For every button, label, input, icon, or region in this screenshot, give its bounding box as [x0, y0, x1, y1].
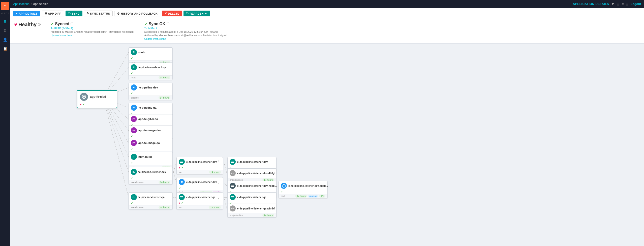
- image-dev-menu[interactable]: ⋮: [166, 128, 170, 132]
- listener-dev-deploy-menu[interactable]: ⋮: [216, 180, 221, 184]
- listener-dev-svc-menu[interactable]: ⋮: [216, 160, 221, 164]
- table-icon[interactable]: ⊟: [626, 2, 629, 6]
- sidebar-item-user[interactable]: 👤: [1, 36, 9, 44]
- sync-icon: ↻: [68, 12, 71, 15]
- listener-dev-el-icon: EL: [131, 169, 137, 175]
- node-listener-qa-svc[interactable]: el-fe-pipeline-listener-qa ⋮ ♥ ✔ svc 14 …: [176, 192, 223, 210]
- synced-update[interactable]: Update instructions: [51, 34, 134, 37]
- node-listener-qa-es[interactable]: ES el-fe-pipeline-listener-qa-wfmb4 ⋮ en…: [227, 204, 277, 218]
- health-status: ♥ Healthy ⓘ: [14, 22, 41, 27]
- listener-dev-svc-name: el-fe-pipeline-listener-dev: [186, 161, 215, 163]
- sidebar-item-docs[interactable]: 📋: [1, 45, 9, 53]
- listener-qa-ep-menu[interactable]: ⋮: [270, 195, 274, 199]
- node-listener-qa-el[interactable]: EL fe-pipeline-listener-qa ⋮ ✔ eventlist…: [129, 192, 173, 210]
- sidebar-item-settings[interactable]: ⚙: [1, 26, 9, 35]
- pipeline-dev-menu[interactable]: ⋮: [166, 85, 170, 89]
- main-node[interactable]: app-fe-cicd ⋮ ♥ ✔: [77, 90, 117, 108]
- listener-dev-svc-icon: [179, 159, 185, 165]
- npm-build-menu[interactable]: ⋮: [166, 155, 170, 159]
- listener-dev-rs-name: el-fe-pipeline-listener-dev-7ddb...: [237, 184, 268, 187]
- main-node-name: app-fe-cicd: [90, 95, 108, 99]
- app-diff-button[interactable]: ⊞ APP DIFF: [42, 11, 64, 16]
- syncok-to: To 2e51cc4: [144, 27, 157, 30]
- listener-qa-el-kind: eventlistener: [131, 206, 144, 209]
- svg-line-12: [103, 98, 129, 172]
- webhook-qa-icon: R: [131, 64, 137, 70]
- listener-dev-svc-heart: ♥: [179, 166, 180, 169]
- sidebar-item-apps[interactable]: ⊞: [1, 17, 9, 25]
- listener-qa-es-menu[interactable]: ⋮: [270, 206, 274, 210]
- pipeline-qa-menu[interactable]: ⋮: [166, 106, 170, 110]
- health-info-icon[interactable]: ⓘ: [38, 23, 41, 26]
- svg-point-24: [83, 96, 85, 98]
- git-repo-menu[interactable]: ⋮: [166, 117, 170, 121]
- listener-dev-rs-menu[interactable]: ⋮: [270, 184, 274, 188]
- listener-dev-ep-menu[interactable]: ⋮: [270, 160, 274, 164]
- node-pipeline-dev[interactable]: P fe-pipeline-dev ⋮ ✔ pipeline 14 hours: [129, 83, 173, 100]
- delete-label: DELETE: [168, 12, 179, 15]
- listener-dev-el-time: 14 hours: [159, 181, 170, 184]
- node-npm-build[interactable]: T npm-build ⋮ ✔ task a day: [129, 152, 173, 169]
- app-details-link[interactable]: APPLICATION DETAILS: [573, 2, 609, 6]
- list-icon[interactable]: ≡: [622, 2, 624, 6]
- node-listener-dev-el[interactable]: EL fe-pipeline-listener-dev ⋮ ✔ eventlis…: [129, 167, 173, 184]
- route-top-name: route: [138, 51, 164, 54]
- toolbar: ● APP DETAILS ⊞ APP DIFF ↻ SYNC ↻ SYNC S…: [10, 8, 644, 19]
- synced-to: To HEAD (2e51cc4): [51, 27, 73, 30]
- route-top-menu[interactable]: ⋮: [166, 50, 170, 54]
- sync-status-label: SYNC STATUS: [90, 12, 110, 15]
- listener-dev-svc-kind: svc: [179, 171, 182, 173]
- filter-icon[interactable]: ▼: [611, 2, 615, 6]
- pipeline-dev-time: 14 hours: [159, 96, 170, 99]
- main-node-menu[interactable]: ⋮: [110, 95, 114, 99]
- node-listener-dev-es[interactable]: ES el-fe-pipeline-listener-dev-4h8gf ⋮ e…: [227, 168, 277, 182]
- listener-qa-el-icon: EL: [131, 194, 137, 200]
- sync-button[interactable]: ↻ SYNC: [66, 11, 82, 16]
- listener-qa-es-time: 14 hours: [262, 214, 274, 217]
- npm-build-check: ✔: [131, 161, 133, 164]
- listener-dev-el-menu[interactable]: ⋮: [166, 170, 170, 174]
- node-webhook-qa[interactable]: R fe-pipeline-webhook-qa ⋮ ✔ route 14 ho…: [129, 63, 173, 80]
- webhook-qa-time: 14 hours: [159, 76, 170, 79]
- breadcrumb-applications[interactable]: Applications: [13, 2, 29, 6]
- syncok-author: Authored by Marcos Entenza <mak@redhat.c…: [144, 34, 228, 37]
- listener-dev-pod-menu[interactable]: ⋮: [321, 184, 325, 188]
- syncok-info-icon[interactable]: ⓘ: [167, 22, 169, 26]
- history-button[interactable]: ⏱ HISTORY AND ROLLBACK: [114, 11, 160, 16]
- delete-button[interactable]: ✕ DELETE: [162, 11, 182, 16]
- listener-dev-pod-check: ✔: [281, 190, 283, 193]
- pipeline-qa-icon: P: [131, 105, 137, 111]
- webhook-qa-menu[interactable]: ⋮: [166, 65, 170, 69]
- webhook-qa-check: ✔: [131, 72, 133, 75]
- route-top-icon: R: [131, 49, 137, 55]
- grid-icon[interactable]: ⊞: [617, 2, 620, 6]
- syncok-update[interactable]: Update instructions: [144, 37, 228, 41]
- history-label: HISTORY AND ROLLBACK: [121, 12, 158, 15]
- listener-dev-es-icon: ES: [230, 170, 236, 176]
- git-repo-name: app-fe-git-repo: [138, 117, 164, 120]
- svg-rect-30: [180, 198, 183, 198]
- svg-rect-27: [180, 162, 183, 163]
- svg-rect-28: [180, 196, 183, 197]
- listener-qa-ep-icon: [230, 194, 236, 200]
- sync-status-button[interactable]: ↻ SYNC STATUS: [84, 11, 113, 16]
- node-listener-dev-deploy[interactable]: ↻ el-fe-pipeline-listener-dev ⋮ ✔ deploy…: [176, 177, 223, 195]
- listener-qa-ep-name: el-fe-pipeline-listener-qa: [237, 196, 268, 199]
- app-details-button[interactable]: ● APP DETAILS: [13, 11, 40, 16]
- synced-info-icon[interactable]: ⓘ: [71, 22, 73, 26]
- node-listener-dev-pod[interactable]: el-fe-pipeline-listener-dev-7ddb... ⋮ ✔ …: [279, 181, 328, 198]
- image-qa-menu[interactable]: ⋮: [166, 141, 170, 145]
- node-route-top[interactable]: R route ⋮ ✔ route 14 hours: [129, 47, 173, 65]
- logout-button[interactable]: Logout: [631, 2, 641, 6]
- listener-qa-es-icon: ES: [230, 205, 236, 211]
- listener-qa-svc-menu[interactable]: ⋮: [216, 195, 221, 199]
- listener-qa-el-menu[interactable]: ⋮: [166, 195, 170, 199]
- refresh-button[interactable]: ↻ REFRESH ▼: [183, 11, 210, 16]
- node-listener-dev-svc[interactable]: el-fe-pipeline-listener-dev ⋮ ♥ ✔ svc 14…: [176, 157, 223, 174]
- svg-line-13: [103, 98, 129, 197]
- svg-point-3: [4, 7, 6, 8]
- listener-dev-el-kind: eventlistener: [131, 181, 144, 183]
- svg-rect-37: [231, 196, 234, 197]
- listener-dev-deploy-name: el-fe-pipeline-listener-dev: [186, 181, 215, 183]
- listener-dev-es-menu[interactable]: ⋮: [270, 171, 274, 175]
